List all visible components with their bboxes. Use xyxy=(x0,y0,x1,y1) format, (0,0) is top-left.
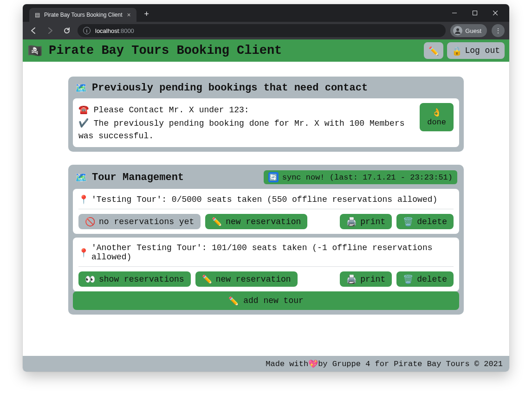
footer-text-after: by Gruppe 4 for Pirate Bay Tours © 2021 xyxy=(318,360,503,368)
pending-bookings-panel: 🗺️ Previously pending bookings that need… xyxy=(68,77,464,152)
content-area: 🗺️ Previously pending bookings that need… xyxy=(23,62,509,356)
logout-label: Log out xyxy=(465,46,500,55)
new-reservation-button[interactable]: ✏️ new reservation xyxy=(195,271,298,287)
header-edit-button[interactable]: ✏️ xyxy=(424,42,443,59)
footer-text-before: Made with xyxy=(266,360,308,368)
svg-rect-1 xyxy=(473,11,477,15)
prohibited-icon: 🚫 xyxy=(85,217,95,226)
no-reservations-label: no reservations yet xyxy=(99,217,194,226)
delete-label: delete xyxy=(417,217,447,226)
print-button[interactable]: 🖨️ print xyxy=(340,271,392,287)
add-tour-button[interactable]: ✏️ add new tour xyxy=(73,291,459,310)
browser-window: ▤ Pirate Bay Tours Booking Client × + xyxy=(23,4,509,372)
arrow-right-icon xyxy=(46,27,54,34)
tour-card: 📍 'Testing Tour': 0/5000 seats taken (55… xyxy=(73,189,459,234)
pin-icon: 📍 xyxy=(78,194,89,204)
page: 🏴‍☠️ Pirate Bay Tours Booking Client ✏️ … xyxy=(23,39,509,372)
done-button[interactable]: 👌 done xyxy=(420,103,454,131)
lock-icon: 🔒 xyxy=(452,46,462,56)
show-reservations-button[interactable]: 👀 show reservations xyxy=(78,271,191,287)
nav-back-button[interactable] xyxy=(27,25,39,37)
map-icon: 🗺️ xyxy=(75,82,87,94)
address-bar: i localhost:8000 Guest ⋮ xyxy=(23,22,509,39)
window-controls xyxy=(444,4,506,22)
done-label: done xyxy=(427,118,446,127)
print-label: print xyxy=(360,275,385,284)
window-close-button[interactable] xyxy=(485,8,506,18)
printer-icon: 🖨️ xyxy=(346,217,357,226)
profile-label: Guest xyxy=(465,27,481,34)
tour-summary-row: 📍 'Testing Tour': 0/5000 seats taken (55… xyxy=(78,193,454,208)
success-line: The previously pending booking done for … xyxy=(78,119,405,141)
heart-icon: 💖 xyxy=(308,359,318,368)
avatar-icon xyxy=(453,26,462,35)
url-input[interactable]: i localhost:8000 xyxy=(78,24,446,37)
new-reservation-label: new reservation xyxy=(216,275,291,284)
pencil-icon: ✏️ xyxy=(428,46,439,56)
tour-summary: 'Another Testing Tour': 101/100 seats ta… xyxy=(91,243,454,262)
print-button[interactable]: 🖨️ print xyxy=(340,214,392,229)
app-title: Pirate Bay Tours Booking Client xyxy=(49,44,282,58)
no-reservations-badge: 🚫 no reservations yet xyxy=(78,214,201,229)
divider xyxy=(78,209,454,209)
divider xyxy=(78,266,454,267)
delete-label: delete xyxy=(417,275,447,284)
close-icon xyxy=(493,11,498,15)
nav-forward-button[interactable] xyxy=(44,25,56,37)
sync-label: sync now! (last: 17.1.21 - 23:23:51) xyxy=(282,173,453,182)
tour-management-panel: 🗺️ Tour Management 🔄 sync now! (last: 17… xyxy=(68,165,464,315)
reload-icon xyxy=(63,27,71,34)
new-tab-button[interactable]: + xyxy=(140,8,153,21)
pencil-icon: ✏️ xyxy=(202,274,212,284)
show-reservations-label: show reservations xyxy=(99,275,184,284)
titlebar: ▤ Pirate Bay Tours Booking Client × + xyxy=(23,4,509,22)
arrow-left-icon xyxy=(30,27,37,34)
pending-contact-card: ☎️ Please Contact Mr. X under 123: ✔️ Th… xyxy=(73,98,459,147)
window-minimize-button[interactable] xyxy=(444,8,465,18)
tab-favicon: ▤ xyxy=(34,12,40,18)
tour-actions: 👀 show reservations ✏️ new reservation 🖨… xyxy=(78,271,454,287)
maximize-icon xyxy=(473,11,477,15)
profile-chip[interactable]: Guest xyxy=(450,24,487,37)
delete-button[interactable]: 🗑️ delete xyxy=(396,271,454,287)
tour-card: 📍 'Another Testing Tour': 101/100 seats … xyxy=(73,238,459,291)
pirate-flag-icon: 🏴‍☠️ xyxy=(27,44,42,58)
site-info-icon[interactable]: i xyxy=(83,27,91,34)
new-reservation-button[interactable]: ✏️ new reservation xyxy=(205,214,307,229)
tour-actions: 🚫 no reservations yet ✏️ new reservation… xyxy=(78,214,454,229)
app-header: 🏴‍☠️ Pirate Bay Tours Booking Client ✏️ … xyxy=(23,39,509,62)
kebab-icon: ⋮ xyxy=(495,27,501,35)
browser-menu-button[interactable]: ⋮ xyxy=(492,24,505,37)
delete-button[interactable]: 🗑️ delete xyxy=(396,214,454,229)
print-label: print xyxy=(360,217,385,226)
trash-icon: 🗑️ xyxy=(403,274,413,284)
url-host: localhost xyxy=(95,27,119,34)
trash-icon: 🗑️ xyxy=(403,217,413,226)
svg-point-4 xyxy=(456,28,459,31)
phone-icon: ☎️ xyxy=(78,104,89,114)
nav-reload-button[interactable] xyxy=(61,25,73,37)
eyes-icon: 👀 xyxy=(85,274,95,284)
window-maximize-button[interactable] xyxy=(465,8,485,18)
url-port: :8000 xyxy=(119,27,134,34)
map-icon: 🗺️ xyxy=(75,172,87,183)
pencil-icon: ✏️ xyxy=(212,217,222,226)
tour-summary-row: 📍 'Another Testing Tour': 101/100 seats … xyxy=(78,242,454,265)
pin-icon: 📍 xyxy=(78,248,89,258)
footer: Made with 💖 by Gruppe 4 for Pirate Bay T… xyxy=(23,356,509,372)
browser-tab[interactable]: ▤ Pirate Bay Tours Booking Client × xyxy=(29,8,136,22)
new-reservation-label: new reservation xyxy=(226,217,301,226)
tab-strip: ▤ Pirate Bay Tours Booking Client × + xyxy=(26,4,153,22)
pencil-icon: ✏️ xyxy=(228,296,239,306)
logout-button[interactable]: 🔒 Log out xyxy=(447,42,505,59)
tab-title: Pirate Bay Tours Booking Client xyxy=(44,12,123,18)
sync-button[interactable]: 🔄 sync now! (last: 17.1.21 - 23:23:51) xyxy=(264,170,457,184)
printer-icon: 🖨️ xyxy=(346,274,357,284)
tab-close-button[interactable]: × xyxy=(126,11,132,19)
contact-line: Please Contact Mr. X under 123: xyxy=(94,105,249,115)
tour-panel-title: Tour Management xyxy=(92,172,184,183)
check-icon: ✔️ xyxy=(78,118,89,128)
ok-hand-icon: 👌 xyxy=(432,108,441,117)
minimize-icon xyxy=(452,11,457,15)
pending-contact-text: ☎️ Please Contact Mr. X under 123: ✔️ Th… xyxy=(78,103,412,142)
